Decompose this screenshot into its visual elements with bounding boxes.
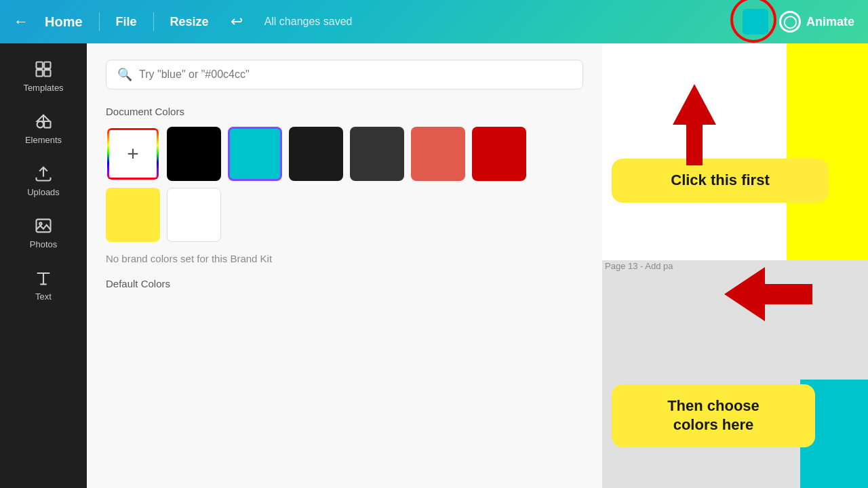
search-input[interactable] bbox=[139, 68, 572, 81]
resize-button[interactable]: Resize bbox=[170, 15, 209, 29]
swatch-white[interactable] bbox=[167, 188, 221, 242]
elements-label: Elements bbox=[25, 135, 62, 145]
text-label: Text bbox=[35, 291, 52, 302]
swatch-yellow[interactable] bbox=[106, 188, 160, 242]
page-label: Page 13 - Add pa bbox=[605, 261, 673, 271]
svg-rect-6 bbox=[37, 220, 51, 232]
upload-icon bbox=[34, 164, 53, 183]
swatch-red-coral[interactable] bbox=[411, 127, 465, 181]
save-status: All changes saved bbox=[264, 16, 353, 28]
swatch-dark1[interactable] bbox=[289, 127, 343, 181]
back-button[interactable]: ← bbox=[14, 13, 28, 30]
divider-1 bbox=[99, 12, 100, 31]
callout-then-choose: Then choosecolors here bbox=[612, 384, 815, 447]
sidebar-item-text[interactable]: Text bbox=[0, 258, 87, 310]
uploads-label: Uploads bbox=[27, 187, 60, 197]
animate-icon: ◯ bbox=[779, 11, 801, 33]
home-button[interactable]: Home bbox=[45, 14, 83, 30]
arrow-left-icon bbox=[724, 260, 812, 328]
color-panel: 🔍 Document Colors + No br bbox=[87, 43, 602, 488]
swatch-black[interactable] bbox=[167, 127, 221, 181]
canvas-area: Page 13 - Add pa Click this first Then c… bbox=[602, 43, 868, 488]
sidebar: Templates Elements Uploads bbox=[0, 43, 87, 488]
callout-then-choose-text: Then choosecolors here bbox=[667, 397, 760, 434]
elements-icon bbox=[34, 112, 53, 131]
document-colors-title: Document Colors bbox=[106, 106, 583, 117]
sidebar-item-uploads[interactable]: Uploads bbox=[0, 153, 87, 205]
svg-rect-4 bbox=[44, 121, 50, 127]
document-swatches: + bbox=[106, 127, 583, 242]
topbar: ← Home File Resize ↩ All changes saved ◯… bbox=[0, 0, 868, 43]
svg-marker-8 bbox=[673, 84, 716, 165]
color-swatch bbox=[743, 9, 768, 35]
svg-rect-0 bbox=[37, 62, 43, 68]
photo-icon bbox=[34, 216, 53, 235]
photos-label: Photos bbox=[30, 239, 57, 249]
svg-marker-9 bbox=[724, 267, 812, 321]
topbar-right: ◯ Animate bbox=[740, 6, 854, 37]
text-icon bbox=[34, 268, 53, 287]
main-area: Templates Elements Uploads bbox=[0, 43, 868, 488]
sidebar-item-photos[interactable]: Photos bbox=[0, 205, 87, 258]
callout-click-first-text: Click this first bbox=[671, 171, 769, 188]
svg-rect-1 bbox=[44, 62, 50, 68]
svg-rect-3 bbox=[44, 70, 50, 76]
undo-button[interactable]: ↩ bbox=[231, 13, 243, 30]
grid-icon bbox=[34, 60, 53, 79]
file-button[interactable]: File bbox=[116, 15, 137, 29]
svg-point-7 bbox=[39, 222, 42, 225]
sidebar-item-templates[interactable]: Templates bbox=[0, 49, 87, 101]
no-brand-text: No brand colors set for this Brand Kit bbox=[106, 253, 583, 264]
divider-2 bbox=[153, 12, 154, 31]
search-icon: 🔍 bbox=[117, 67, 132, 82]
add-color-swatch[interactable]: + bbox=[106, 127, 160, 181]
default-colors-title: Default Colors bbox=[106, 278, 583, 289]
color-swatch-button[interactable] bbox=[740, 6, 771, 37]
animate-button[interactable]: ◯ Animate bbox=[779, 11, 854, 33]
sidebar-item-elements[interactable]: Elements bbox=[0, 101, 87, 153]
templates-label: Templates bbox=[23, 83, 63, 93]
swatch-dark2[interactable] bbox=[350, 127, 404, 181]
swatch-red[interactable] bbox=[472, 127, 526, 181]
search-bar[interactable]: 🔍 bbox=[106, 60, 583, 89]
swatch-teal[interactable] bbox=[228, 127, 282, 181]
animate-label: Animate bbox=[806, 15, 854, 29]
svg-rect-2 bbox=[37, 70, 43, 76]
arrow-up-icon bbox=[667, 84, 722, 165]
canvas-yellow bbox=[787, 43, 868, 260]
